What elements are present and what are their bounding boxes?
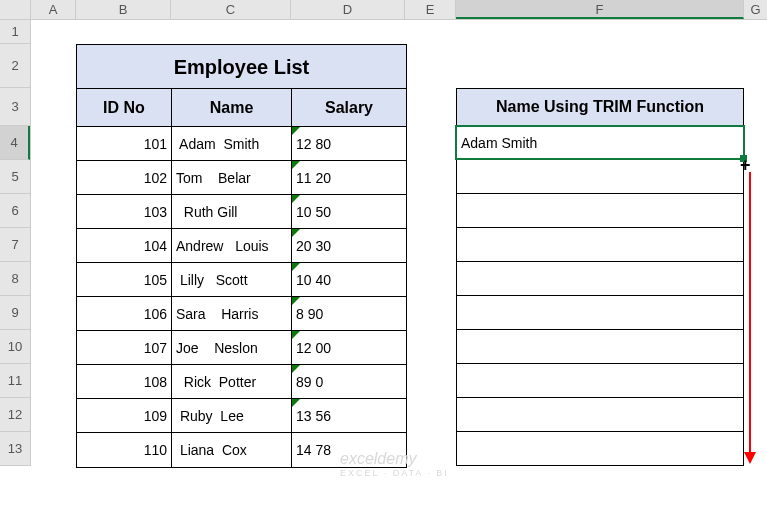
row-headers: 1 2 3 4 5 6 7 8 9 10 11 12 13 <box>0 20 31 466</box>
cell-salary[interactable]: 13 56 <box>292 399 406 433</box>
trim-header: Name Using TRIM Function <box>456 88 744 126</box>
col-A[interactable]: A <box>31 0 76 19</box>
row-11[interactable]: 11 <box>0 364 30 398</box>
table-row: 102Tom Belar11 20 <box>77 161 406 195</box>
header-id: ID No <box>77 89 172 127</box>
row-8[interactable]: 8 <box>0 262 30 296</box>
cell-id[interactable]: 104 <box>77 229 172 263</box>
table-row: 103 Ruth Gill10 50 <box>77 195 406 229</box>
trim-column: Name Using TRIM Function Adam Smith <box>456 88 744 466</box>
cell-salary[interactable]: 8 90 <box>292 297 406 331</box>
trim-empty-cell[interactable] <box>456 160 744 194</box>
table-row: 104Andrew Louis20 30 <box>77 229 406 263</box>
col-E[interactable]: E <box>405 0 456 19</box>
cell-salary[interactable]: 12 00 <box>292 331 406 365</box>
cell-salary[interactable]: 14 78 <box>292 433 406 467</box>
row-9[interactable]: 9 <box>0 296 30 330</box>
table-row: 105 Lilly Scott10 40 <box>77 263 406 297</box>
cell-name[interactable]: Tom Belar <box>172 161 292 195</box>
row-5[interactable]: 5 <box>0 160 30 194</box>
cell-id[interactable]: 102 <box>77 161 172 195</box>
column-headers: A B C D E F G <box>0 0 767 20</box>
cell-name[interactable]: Andrew Louis <box>172 229 292 263</box>
drag-arrow-icon <box>749 172 751 462</box>
trim-empty-cell[interactable] <box>456 364 744 398</box>
table-row: 106Sara Harris8 90 <box>77 297 406 331</box>
row-4[interactable]: 4 <box>0 126 30 160</box>
cell-id[interactable]: 106 <box>77 297 172 331</box>
cell-name[interactable]: Ruby Lee <box>172 399 292 433</box>
table-title: Employee List <box>77 45 406 89</box>
cell-id[interactable]: 101 <box>77 127 172 161</box>
header-salary: Salary <box>292 89 406 127</box>
row-6[interactable]: 6 <box>0 194 30 228</box>
col-D[interactable]: D <box>291 0 405 19</box>
col-B[interactable]: B <box>76 0 171 19</box>
row-13[interactable]: 13 <box>0 432 30 466</box>
cell-name[interactable]: Ruth Gill <box>172 195 292 229</box>
employee-table: Employee List ID No Name Salary 101 Adam… <box>76 44 407 468</box>
cell-id[interactable]: 107 <box>77 331 172 365</box>
trim-empty-cell[interactable] <box>456 296 744 330</box>
trim-empty-cell[interactable] <box>456 330 744 364</box>
cell-salary[interactable]: 11 20 <box>292 161 406 195</box>
col-F[interactable]: F <box>456 0 744 19</box>
trim-empty-cell[interactable] <box>456 432 744 466</box>
cell-salary[interactable]: 10 40 <box>292 263 406 297</box>
table-row: 110 Liana Cox14 78 <box>77 433 406 467</box>
trim-result-cell[interactable]: Adam Smith <box>456 126 744 160</box>
cell-salary[interactable]: 20 30 <box>292 229 406 263</box>
cell-salary[interactable]: 89 0 <box>292 365 406 399</box>
row-2[interactable]: 2 <box>0 44 30 88</box>
table-row: 101 Adam Smith12 80 <box>77 127 406 161</box>
cell-id[interactable]: 109 <box>77 399 172 433</box>
cell-id[interactable]: 103 <box>77 195 172 229</box>
row-1[interactable]: 1 <box>0 20 30 44</box>
select-all-corner[interactable] <box>0 0 31 19</box>
trim-empty-cell[interactable] <box>456 194 744 228</box>
row-10[interactable]: 10 <box>0 330 30 364</box>
cell-name[interactable]: Adam Smith <box>172 127 292 161</box>
spreadsheet: A B C D E F G 1 2 3 4 5 6 7 8 9 10 11 12… <box>0 0 767 511</box>
trim-empty-cell[interactable] <box>456 228 744 262</box>
cell-name[interactable]: Lilly Scott <box>172 263 292 297</box>
cell-id[interactable]: 108 <box>77 365 172 399</box>
table-row: 107Joe Neslon12 00 <box>77 331 406 365</box>
trim-empty-cell[interactable] <box>456 398 744 432</box>
cell-name[interactable]: Rick Potter <box>172 365 292 399</box>
col-C[interactable]: C <box>171 0 291 19</box>
table-row: 108 Rick Potter89 0 <box>77 365 406 399</box>
header-name: Name <box>172 89 292 127</box>
cell-salary[interactable]: 10 50 <box>292 195 406 229</box>
trim-empty-cell[interactable] <box>456 262 744 296</box>
cell-name[interactable]: Joe Neslon <box>172 331 292 365</box>
table-header-row: ID No Name Salary <box>77 89 406 127</box>
row-12[interactable]: 12 <box>0 398 30 432</box>
cell-name[interactable]: Sara Harris <box>172 297 292 331</box>
col-G[interactable]: G <box>744 0 767 19</box>
cell-name[interactable]: Liana Cox <box>172 433 292 467</box>
cell-id[interactable]: 110 <box>77 433 172 467</box>
cell-salary[interactable]: 12 80 <box>292 127 406 161</box>
cell-id[interactable]: 105 <box>77 263 172 297</box>
table-row: 109 Ruby Lee13 56 <box>77 399 406 433</box>
row-3[interactable]: 3 <box>0 88 30 126</box>
row-7[interactable]: 7 <box>0 228 30 262</box>
